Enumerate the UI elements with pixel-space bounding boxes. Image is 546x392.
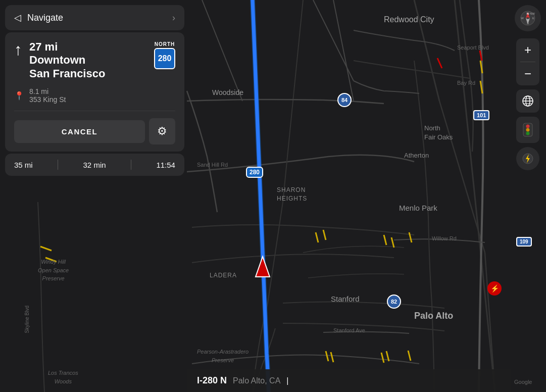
right-controls: N S W E NW + − xyxy=(515,5,541,170)
waypoint-icon: 📍 xyxy=(14,91,24,101)
compass-icon: N S W E NW xyxy=(520,10,536,26)
navigate-bar[interactable]: ◁ Navigate › xyxy=(5,5,184,30)
stat-divider-1 xyxy=(58,160,58,170)
lightning-button[interactable] xyxy=(516,147,539,170)
direction-arrow-icon: ↑ xyxy=(14,41,22,58)
badge-hwy82: 82 xyxy=(387,295,401,309)
svg-text:N: N xyxy=(527,12,529,15)
navigate-forward-icon: › xyxy=(172,13,175,23)
nav-panel: ◁ Navigate › ↑ 27 mi DowntownSan Francis… xyxy=(5,5,184,176)
eta: 11:54 xyxy=(156,161,175,169)
total-distance: 35 mi xyxy=(14,161,33,169)
svg-point-37 xyxy=(526,128,530,132)
svg-text:W: W xyxy=(521,17,524,20)
current-location: Palo Alto, CA xyxy=(233,376,280,385)
current-road: I-280 N xyxy=(197,375,227,386)
svg-text:E: E xyxy=(532,17,534,20)
traffic-light-icon xyxy=(522,122,533,137)
cancel-button[interactable]: CANCEL xyxy=(14,120,145,143)
route-destination: DowntownSan Francisco xyxy=(29,54,105,80)
supercharger-pin[interactable]: ⚡ xyxy=(487,281,502,296)
action-row: CANCEL ⚙ xyxy=(14,118,175,144)
map-layer-button[interactable] xyxy=(516,89,539,113)
stats-row: 35 mi 32 min 11:54 xyxy=(5,154,184,176)
lightning-icon xyxy=(522,153,533,164)
map-container[interactable]: Redwood City Woodside NorthFair Oaks Ath… xyxy=(0,0,546,392)
globe-icon xyxy=(522,95,534,107)
highway-badge: NORTH 280 xyxy=(154,41,175,69)
waypoint-distance: 8.1 mi xyxy=(29,87,66,95)
svg-point-36 xyxy=(526,125,530,128)
badge-i280: 280 xyxy=(246,167,263,178)
zoom-controls: + − xyxy=(516,38,539,85)
travel-time: 32 min xyxy=(83,161,106,169)
cursor-blink: | xyxy=(286,376,288,385)
waypoint-row: 📍 8.1 mi 353 King St xyxy=(14,87,175,111)
traffic-light-button[interactable] xyxy=(516,117,539,143)
highway-direction: NORTH xyxy=(155,41,175,47)
svg-point-38 xyxy=(526,132,530,135)
zoom-out-button[interactable]: − xyxy=(516,62,539,85)
svg-text:NW: NW xyxy=(530,12,535,15)
zoom-in-button[interactable]: + xyxy=(516,38,539,62)
compass-button[interactable]: N S W E NW xyxy=(515,5,541,31)
settings-button[interactable]: ⚙ xyxy=(149,118,175,144)
bottom-bar: I-280 N Palo Alto, CA | xyxy=(187,369,511,392)
route-card: ↑ 27 mi DowntownSan Francisco NORTH 280 … xyxy=(5,32,184,152)
route-distance: 27 mi xyxy=(29,40,105,54)
navigate-label: Navigate xyxy=(27,13,63,23)
stat-divider-2 xyxy=(131,160,131,170)
badge-hwy101: 101 xyxy=(473,110,489,120)
navigate-icon: ◁ xyxy=(14,12,21,23)
badge-hwy109: 109 xyxy=(516,237,532,247)
highway-shield: 280 xyxy=(154,48,175,69)
badge-hwy84: 84 xyxy=(337,93,352,107)
waypoint-name: 353 King St xyxy=(29,95,66,104)
svg-text:S: S xyxy=(527,22,529,25)
